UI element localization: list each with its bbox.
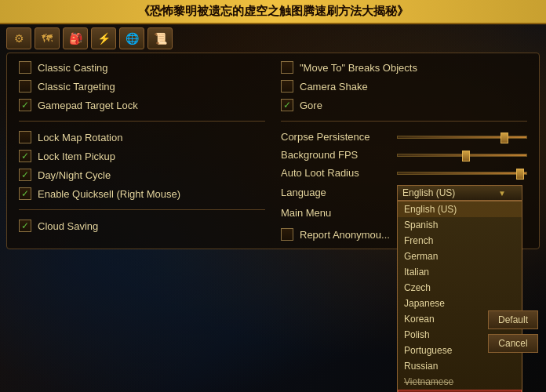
camera-shake-checkbox[interactable] — [281, 80, 293, 93]
language-selected[interactable]: English (US) ▼ — [397, 185, 522, 201]
language-selected-text: English (US) — [402, 187, 455, 198]
lock-map-rotation-item[interactable]: Lock Map Rotation — [19, 131, 265, 143]
lang-option-japanese[interactable]: Japanese — [398, 296, 522, 311]
lock-map-rotation-checkbox[interactable] — [19, 131, 31, 143]
language-dropdown-wrapper: English (US) ▼ English (US) Spanish Fren… — [397, 185, 527, 201]
auto-loot-radius-track[interactable] — [397, 172, 527, 175]
cloud-saving-item[interactable]: ✓ Cloud Saving — [19, 220, 265, 232]
classic-casting-checkbox[interactable] — [19, 61, 31, 74]
lang-option-spanish[interactable]: Spanish — [398, 217, 522, 233]
enable-quicksell-label: Enable Quicksell (Right Mouse) — [38, 188, 180, 200]
gear-icon-btn[interactable]: ⚙ — [6, 27, 31, 49]
side-buttons: Default Cancel — [488, 310, 538, 353]
lang-option-italian[interactable]: Italian — [398, 264, 522, 280]
chevron-down-icon: ▼ — [498, 189, 506, 198]
title-bar: 《恐怖黎明被遗忘的虚空之触图腾速刷方法大揭秘》 — [0, 0, 546, 24]
corpse-persistence-label: Corpse Persistence — [281, 131, 391, 143]
background-fps-row: Background FPS — [281, 149, 527, 161]
divider-1 — [19, 121, 265, 122]
icon-bar: ⚙ 🗺 🎒 ⚡ 🌐 📜 — [0, 24, 546, 53]
lock-item-pickup-label: Lock Item Pickup — [38, 151, 115, 162]
camera-shake-item[interactable]: Camera Shake — [281, 80, 527, 93]
language-label: Language — [281, 185, 391, 198]
move-to-breaks-checkbox[interactable] — [281, 61, 293, 74]
gore-item[interactable]: ✓ Gore — [281, 99, 527, 111]
lang-option-french[interactable]: French — [398, 233, 522, 249]
lock-map-rotation-label: Lock Map Rotation — [38, 132, 122, 143]
cloud-saving-label: Cloud Saving — [38, 220, 98, 232]
cancel-button[interactable]: Cancel — [488, 334, 538, 353]
lang-option-german[interactable]: German — [398, 249, 522, 264]
auto-loot-radius-label: Auto Loot Radius — [281, 167, 391, 179]
main-menu-label: Main Menu — [281, 207, 391, 219]
divider-2 — [19, 209, 265, 210]
corpse-persistence-thumb[interactable] — [500, 132, 508, 143]
background-fps-label: Background FPS — [281, 149, 391, 161]
classic-targeting-label: Classic Targeting — [38, 81, 115, 93]
gamepad-target-lock-label: Gamepad Target Lock — [38, 100, 138, 111]
enable-quicksell-item[interactable]: ✓ Enable Quicksell (Right Mouse) — [19, 187, 265, 200]
gamepad-target-lock-item[interactable]: ✓ Gamepad Target Lock — [19, 99, 265, 111]
left-column: Classic Casting Classic Targeting ✓ Game… — [19, 61, 265, 241]
background-fps-track[interactable] — [397, 154, 527, 157]
background-fps-thumb[interactable] — [462, 151, 470, 162]
camera-shake-label: Camera Shake — [300, 81, 368, 93]
map-icon-btn[interactable]: 🗺 — [35, 27, 60, 49]
classic-targeting-item[interactable]: Classic Targeting — [19, 80, 265, 93]
right-column: "Move To" Breaks Objects Camera Shake ✓ … — [281, 61, 527, 241]
default-button[interactable]: Default — [488, 310, 538, 329]
settings-panel: Classic Casting Classic Targeting ✓ Game… — [6, 53, 540, 249]
lock-item-pickup-item[interactable]: ✓ Lock Item Pickup — [19, 150, 265, 162]
lock-item-pickup-checkbox[interactable]: ✓ — [19, 150, 31, 162]
corpse-persistence-track[interactable] — [397, 136, 527, 139]
gamepad-target-lock-checkbox[interactable]: ✓ — [19, 99, 31, 111]
cloud-saving-checkbox[interactable]: ✓ — [19, 220, 31, 232]
auto-loot-radius-thumb[interactable] — [516, 169, 524, 180]
page-title: 《恐怖黎明被遗忘的虚空之触图腾速刷方法大揭秘》 — [138, 5, 409, 17]
language-dropdown: English (US) Spanish French German Itali… — [397, 201, 522, 392]
day-night-cycle-label: Day/Night Cycle — [38, 169, 111, 181]
corpse-persistence-row: Corpse Persistence — [281, 131, 527, 143]
quest-icon-btn[interactable]: 📜 — [147, 27, 173, 49]
language-row: Language English (US) ▼ English (US) Spa… — [281, 185, 527, 201]
classic-casting-item[interactable]: Classic Casting — [19, 61, 265, 74]
move-to-breaks-item[interactable]: "Move To" Breaks Objects — [281, 61, 527, 74]
day-night-cycle-item[interactable]: ✓ Day/Night Cycle — [19, 169, 265, 181]
lang-option-english-us[interactable]: English (US) — [398, 201, 522, 217]
report-label: Report Anonymou... — [300, 229, 390, 241]
lang-option-russian[interactable]: Russian — [398, 358, 522, 374]
report-checkbox[interactable] — [281, 228, 293, 241]
day-night-cycle-checkbox[interactable]: ✓ — [19, 169, 31, 181]
classic-targeting-checkbox[interactable] — [19, 80, 31, 93]
lang-option-vietnamese[interactable]: Vietnamese — [398, 374, 522, 390]
auto-loot-radius-row: Auto Loot Radius — [281, 167, 527, 179]
classic-casting-label: Classic Casting — [38, 62, 108, 74]
enable-quicksell-checkbox[interactable]: ✓ — [19, 187, 31, 200]
move-to-breaks-label: "Move To" Breaks Objects — [300, 62, 417, 74]
divider-3 — [281, 121, 527, 122]
lang-option-czech[interactable]: Czech — [398, 280, 522, 296]
skills-icon-btn[interactable]: ⚡ — [91, 27, 116, 49]
gore-checkbox[interactable]: ✓ — [281, 99, 293, 111]
globe-icon-btn[interactable]: 🌐 — [119, 27, 144, 49]
bag-icon-btn[interactable]: 🎒 — [63, 27, 88, 49]
gore-label: Gore — [300, 100, 322, 111]
